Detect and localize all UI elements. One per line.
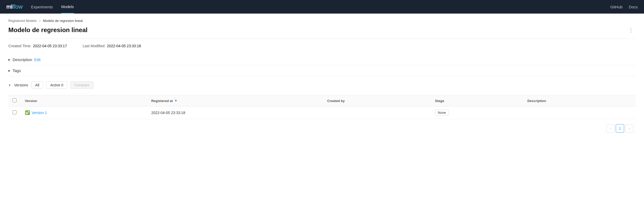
breadcrumb-parent[interactable]: Registered Models bbox=[8, 19, 37, 23]
modified-time-label: Last Modified: bbox=[83, 44, 105, 48]
nav-github[interactable]: GitHub bbox=[610, 5, 623, 9]
nav-docs[interactable]: Docs bbox=[629, 5, 638, 9]
row-stage-cell: None bbox=[431, 106, 523, 119]
navbar-left: ml flow Experiments Models bbox=[6, 0, 74, 14]
breadcrumb: Registered Models > Modelo de regresion … bbox=[8, 19, 636, 23]
page-header: Modelo de regresion lineal ⋮ bbox=[8, 26, 636, 39]
stage-badge: None bbox=[435, 110, 449, 116]
page-title: Modelo de regresion lineal bbox=[8, 26, 88, 34]
created-time-value: 2022-04-05 23:33:17 bbox=[33, 44, 67, 48]
versions-header: ▼ Versions All Active 0 Compare bbox=[8, 78, 636, 92]
tags-label: Tags bbox=[13, 68, 21, 73]
tab-all[interactable]: All bbox=[31, 81, 43, 89]
description-label: Description bbox=[13, 57, 32, 62]
versions-table: Version Registered at ▼ Created by Stage… bbox=[8, 95, 636, 119]
versions-label: Versions bbox=[14, 83, 28, 87]
versions-chevron[interactable]: ▼ bbox=[8, 84, 11, 87]
created-time-item: Created Time: 2022-04-05 23:33:17 bbox=[8, 44, 67, 48]
created-time-label: Created Time: bbox=[8, 44, 31, 48]
modified-time-value: 2022-04-05 23:33:18 bbox=[107, 44, 141, 48]
nav-experiments[interactable]: Experiments bbox=[31, 1, 53, 13]
version-link[interactable]: ✅ Version 1 bbox=[25, 110, 143, 115]
modified-time-item: Last Modified: 2022-04-05 23:33:18 bbox=[83, 44, 141, 48]
th-version: Version bbox=[21, 95, 147, 106]
metadata-row: Created Time: 2022-04-05 23:33:17 Last M… bbox=[8, 44, 636, 48]
versions-section: ▼ Versions All Active 0 Compare Version … bbox=[8, 78, 636, 133]
navbar-right: GitHub Docs bbox=[610, 5, 638, 9]
prev-page-button[interactable]: ‹ bbox=[606, 124, 615, 133]
row-created-by-cell bbox=[323, 106, 431, 119]
menu-dots-button[interactable]: ⋮ bbox=[626, 26, 636, 34]
row-version-cell: ✅ Version 1 bbox=[21, 106, 147, 119]
nav-models[interactable]: Models bbox=[61, 0, 74, 14]
select-all-checkbox[interactable] bbox=[13, 98, 16, 102]
table-header-row: Version Registered at ▼ Created by Stage… bbox=[8, 95, 636, 106]
th-created-by: Created by bbox=[323, 95, 431, 106]
logo: ml flow bbox=[6, 3, 23, 10]
description-section: ▶ Description Edit bbox=[8, 54, 636, 65]
th-description: Description bbox=[523, 95, 636, 106]
next-page-button[interactable]: › bbox=[625, 124, 634, 133]
row-checkbox-cell bbox=[8, 106, 21, 119]
main-content: Registered Models > Modelo de regresion … bbox=[0, 14, 644, 138]
th-checkbox bbox=[8, 95, 21, 106]
logo-flow-text: flow bbox=[13, 3, 23, 10]
description-chevron[interactable]: ▶ bbox=[8, 58, 10, 61]
logo-ml-text: ml bbox=[6, 3, 13, 10]
tags-section: ▶ Tags bbox=[8, 65, 636, 76]
row-checkbox[interactable] bbox=[13, 110, 16, 114]
table-row: ✅ Version 1 2022-04-05 23:33:18 None bbox=[8, 106, 636, 119]
th-stage: Stage bbox=[431, 95, 523, 106]
compare-button[interactable]: Compare bbox=[70, 81, 93, 89]
pagination: ‹ 1 › bbox=[8, 124, 636, 133]
description-edit-link[interactable]: Edit bbox=[34, 58, 41, 62]
th-registered-at-label: Registered at bbox=[151, 99, 173, 103]
navbar: ml flow Experiments Models GitHub Docs bbox=[0, 0, 644, 14]
row-description-cell bbox=[523, 106, 636, 119]
breadcrumb-separator: > bbox=[39, 19, 41, 23]
tags-chevron[interactable]: ▶ bbox=[8, 69, 10, 72]
current-page-button[interactable]: 1 bbox=[616, 124, 624, 133]
sort-icon: ▼ bbox=[174, 99, 178, 103]
breadcrumb-current: Modelo de regresion lineal bbox=[43, 19, 83, 23]
version-label: Version 1 bbox=[32, 111, 47, 115]
row-registered-at-cell: 2022-04-05 23:33:18 bbox=[147, 106, 323, 119]
th-registered-at[interactable]: Registered at ▼ bbox=[147, 95, 323, 106]
version-check-icon: ✅ bbox=[25, 110, 30, 115]
tab-active[interactable]: Active 0 bbox=[46, 81, 67, 89]
